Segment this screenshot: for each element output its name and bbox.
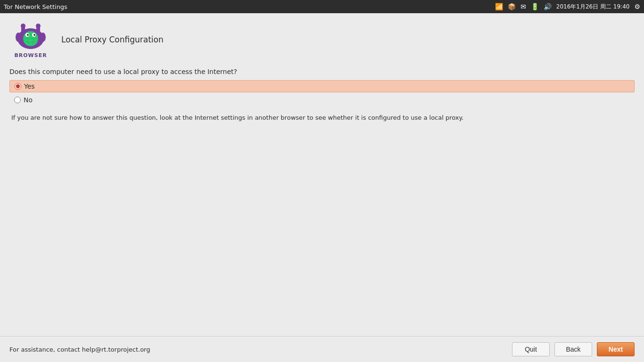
content-area: Does this computer need to use a local p… (0, 63, 644, 336)
question-label: Does this computer need to use a local p… (9, 68, 635, 75)
taskbar-title: Tor Network Settings (4, 3, 67, 10)
assistance-text: For assistance, contact help@rt.torproje… (9, 346, 150, 353)
tor-logo: BROWSER (9, 21, 52, 58)
app-indicator-icon: 📦 (508, 3, 516, 10)
radio-no-label: No (24, 96, 33, 104)
radio-no[interactable] (14, 97, 21, 103)
svg-point-7 (27, 34, 29, 36)
radio-yes[interactable] (15, 83, 21, 90)
wifi-icon: 📶 (495, 3, 503, 10)
svg-point-9 (16, 33, 21, 42)
svg-point-10 (40, 33, 46, 42)
taskbar: Tor Network Settings 📶 📦 ✉ 🔋 🔊 2016年1月26… (0, 0, 644, 13)
back-button[interactable]: Back (554, 342, 592, 356)
next-button[interactable]: Next (597, 342, 635, 356)
quit-button[interactable]: Quit (512, 342, 550, 356)
svg-point-14 (36, 24, 41, 28)
tor-logo-text: BROWSER (14, 52, 47, 58)
taskbar-right: 📶 📦 ✉ 🔋 🔊 2016年1月26日 周二 19:40 ⚙ (495, 3, 640, 11)
taskbar-datetime: 2016年1月26日 周二 19:40 (556, 3, 630, 11)
mail-icon: ✉ (520, 3, 526, 10)
main-window: BROWSER Local Proxy Configuration Does t… (0, 13, 644, 362)
footer-buttons: Quit Back Next (512, 342, 635, 356)
radio-yes-label: Yes (24, 82, 35, 90)
footer: For assistance, contact help@rt.torproje… (0, 336, 644, 362)
page-title: Local Proxy Configuration (61, 35, 164, 44)
hint-text: If you are not sure how to answer this q… (9, 113, 635, 123)
header-area: BROWSER Local Proxy Configuration (0, 13, 644, 63)
radio-option-no[interactable]: No (9, 94, 635, 106)
svg-point-8 (33, 34, 35, 36)
volume-icon: 🔊 (544, 3, 552, 10)
settings-icon[interactable]: ⚙ (634, 3, 640, 10)
battery-icon: 🔋 (531, 3, 539, 10)
radio-option-yes[interactable]: Yes (9, 80, 635, 92)
tor-logo-svg (12, 21, 50, 51)
svg-point-13 (21, 24, 25, 28)
